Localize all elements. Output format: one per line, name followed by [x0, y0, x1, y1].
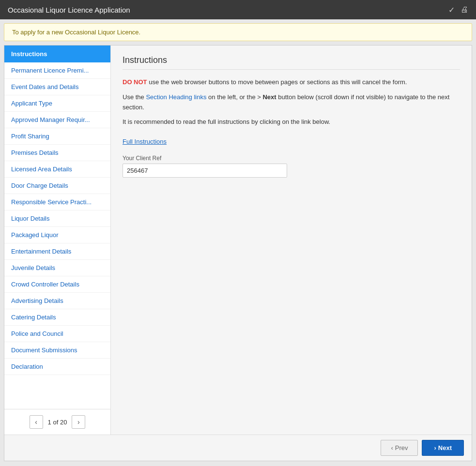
sidebar-item-premises-details[interactable]: Premises Details [4, 145, 110, 161]
do-not-text: DO NOT [123, 78, 147, 86]
instruction-2-prefix: Use the [123, 93, 146, 101]
sidebar-item-profit-sharing[interactable]: Profit Sharing [4, 128, 110, 145]
client-ref-label: Your Client Ref [123, 155, 460, 162]
sidebar-item-event-dates[interactable]: Event Dates and Details [4, 79, 110, 95]
app-title: Occasional Liquor Licence Application [8, 6, 130, 14]
sidebar-item-document-submissions[interactable]: Document Submissions [4, 342, 110, 359]
main-content: Instructions DO NOT use the web browser … [111, 45, 472, 435]
sidebar-item-crowd-controller[interactable]: Crowd Controller Details [4, 276, 110, 293]
next-button[interactable]: › Next [422, 440, 464, 456]
print-icon[interactable]: 🖨 [461, 5, 468, 14]
sidebar-item-juvenile-details[interactable]: Juvenile Details [4, 260, 110, 276]
next-chevron-icon: › [434, 444, 436, 451]
notice-bar: To apply for a new Occasional Liquor Lic… [4, 23, 472, 41]
sidebar-item-catering-details[interactable]: Catering Details [4, 309, 110, 326]
instruction-3: It is recommended to read the full instr… [123, 117, 460, 127]
sidebar-item-packaged-liquor[interactable]: Packaged Liquor [4, 227, 110, 243]
pagination-page-info: 1 of 20 [48, 419, 67, 426]
client-ref-input[interactable] [123, 164, 287, 178]
client-ref-section: Your Client Ref [123, 155, 460, 178]
sidebar-pagination: ‹ 1 of 20 › [4, 409, 110, 435]
pagination-next-button[interactable]: › [72, 415, 85, 429]
prev-label: Prev [395, 444, 408, 451]
app-header: Occasional Liquor Licence Application ✓ … [0, 0, 476, 19]
sidebar-item-advertising-details[interactable]: Advertising Details [4, 293, 110, 309]
sidebar-item-declaration[interactable]: Declaration [4, 359, 110, 375]
next-label: Next [438, 444, 452, 451]
pagination-prev-button[interactable]: ‹ [30, 415, 43, 429]
full-instructions-link[interactable]: Full Instructions [123, 138, 167, 145]
sidebar-item-instructions-active[interactable]: Instructions [4, 45, 110, 62]
sidebar-item-police-council[interactable]: Police and Council [4, 326, 110, 342]
prev-button[interactable]: ‹ Prev [381, 440, 418, 456]
footer-bar: ‹ Prev › Next [4, 435, 472, 461]
notice-text: To apply for a new Occasional Liquor Lic… [12, 29, 140, 36]
check-icon: ✓ [448, 5, 455, 15]
instruction-1: DO NOT use the web browser buttons to mo… [123, 77, 460, 88]
instruction-2-suffix: on the left, or the > [206, 93, 262, 101]
content-area: Instructions Permanent Licence Premi... … [4, 45, 472, 435]
sidebar: Instructions Permanent Licence Premi... … [4, 45, 111, 435]
sidebar-item-responsible-service[interactable]: Responsible Service Practi... [4, 194, 110, 210]
sidebar-item-applicant-type[interactable]: Applicant Type [4, 95, 110, 112]
sidebar-item-permanent-licence[interactable]: Permanent Licence Premi... [4, 62, 110, 79]
sidebar-item-entertainment-details[interactable]: Entertainment Details [4, 243, 110, 260]
section-title: Instructions [123, 55, 460, 70]
main-container: Instructions Permanent Licence Premi... … [4, 45, 472, 461]
sidebar-item-approved-manager[interactable]: Approved Manager Requir... [4, 112, 110, 128]
instruction-2-next: Next [262, 93, 276, 101]
instruction-2: Use the Section Heading links on the lef… [123, 92, 460, 113]
header-icons: ✓ 🖨 [448, 5, 468, 15]
sidebar-item-liquor-details[interactable]: Liquor Details [4, 210, 110, 227]
instruction-1-rest: use the web browser buttons to move betw… [147, 78, 407, 86]
sidebar-item-door-charge[interactable]: Door Charge Details [4, 178, 110, 194]
section-heading-link-text: Section Heading links [146, 93, 206, 101]
sidebar-item-licensed-area[interactable]: Licensed Area Details [4, 161, 110, 178]
prev-chevron-icon: ‹ [391, 444, 393, 451]
